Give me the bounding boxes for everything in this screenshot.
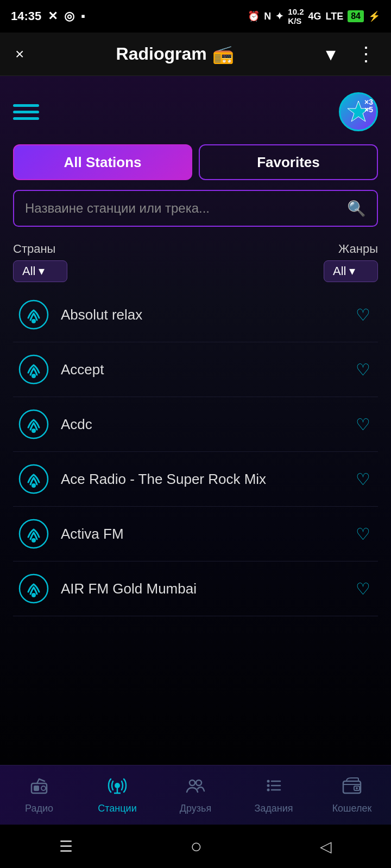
station-name-4: Ace Radio - The Super Rock Mix <box>61 471 354 488</box>
bottom-nav: Радио Станции Друзья <box>0 765 391 825</box>
station-name-2: Accept <box>61 361 354 378</box>
station-icon-5 <box>18 519 49 549</box>
svg-point-23 <box>267 780 270 783</box>
radio-nav-icon <box>29 776 49 800</box>
close-button[interactable]: × <box>13 43 26 65</box>
dropdown-button[interactable]: ▾ <box>324 41 338 68</box>
friends-nav-icon <box>186 776 205 800</box>
svg-point-18 <box>115 783 120 788</box>
svg-point-25 <box>267 784 270 787</box>
status-x-icon: ✕ <box>48 9 58 23</box>
list-item[interactable]: Activa FM ♡ <box>13 507 378 561</box>
signal-lte-icon: LTE <box>326 11 344 22</box>
favorite-button-6[interactable]: ♡ <box>354 577 373 601</box>
countries-chevron-icon: ▾ <box>39 264 45 278</box>
list-item[interactable]: Ace Radio - The Super Rock Mix ♡ <box>13 452 378 507</box>
tab-all-stations[interactable]: All Stations <box>13 144 192 180</box>
svg-point-10 <box>31 538 36 542</box>
station-icon-3 <box>18 409 49 439</box>
android-menu-button[interactable]: ☰ <box>59 838 73 856</box>
svg-point-2 <box>31 319 36 323</box>
search-input[interactable] <box>25 201 347 216</box>
svg-point-21 <box>190 780 195 786</box>
more-options-button[interactable]: ⋮ <box>354 41 378 68</box>
wallet-nav-label: Кошелек <box>332 803 372 814</box>
genres-chevron-icon: ▾ <box>349 264 355 278</box>
nav-item-stations[interactable]: Станции <box>78 776 156 814</box>
station-icon-4 <box>18 464 49 494</box>
list-item[interactable]: Acdc ♡ <box>13 397 378 452</box>
svg-rect-29 <box>343 781 361 793</box>
station-name-1: Absolut relax <box>61 307 354 323</box>
nav-item-tasks[interactable]: Задания <box>235 776 313 814</box>
station-icon-6 <box>18 573 49 604</box>
status-time: 14:35 <box>11 9 41 23</box>
favorite-button-3[interactable]: ♡ <box>354 413 373 436</box>
favorite-button-4[interactable]: ♡ <box>354 468 373 491</box>
header-row: ×3×5 <box>13 87 378 131</box>
battery-icon: 84 <box>348 10 364 22</box>
android-home-button[interactable]: ○ <box>191 835 203 858</box>
svg-point-15 <box>41 786 46 790</box>
station-icon-1 <box>18 299 49 330</box>
bluetooth-icon: ✦ <box>275 10 283 22</box>
hamburger-menu-button[interactable] <box>13 104 39 120</box>
genres-filter-group: Жанры All ▾ <box>324 242 378 282</box>
alarm-icon: ⏰ <box>248 10 260 22</box>
list-item[interactable]: Accept ♡ <box>13 342 378 397</box>
svg-point-12 <box>31 593 36 597</box>
charging-icon: ⚡ <box>368 10 380 22</box>
list-item[interactable]: AIR FM Gold Mumbai ♡ <box>13 561 378 616</box>
star-badge[interactable]: ×3×5 <box>339 92 378 131</box>
main-content: ×3×5 All Stations Favorites 🔍 Страны All… <box>0 76 391 825</box>
status-left: 14:35 ✕ ◎ ▪ <box>11 9 85 23</box>
android-back-button[interactable]: ◁ <box>320 838 332 856</box>
svg-point-8 <box>31 483 36 488</box>
radio-nav-label: Радио <box>25 803 53 814</box>
list-item[interactable]: Absolut relax ♡ <box>13 288 378 342</box>
wallet-nav-icon <box>342 776 362 800</box>
genres-filter-select[interactable]: All ▾ <box>324 260 378 282</box>
svg-point-31 <box>356 787 358 789</box>
tab-buttons: All Stations Favorites <box>13 144 378 180</box>
nav-item-wallet[interactable]: Кошелек <box>313 776 391 814</box>
nav-item-friends[interactable]: Друзья <box>156 776 235 814</box>
status-right: ⏰ N ✦ 10.2K/S 4G LTE 84 ⚡ <box>248 7 380 25</box>
station-list: Absolut relax ♡ Accept ♡ <box>13 288 378 616</box>
star-multiplier: ×3×5 <box>364 98 373 113</box>
hamburger-line-1 <box>13 104 39 107</box>
top-bar: × Radiogram 📻 ▾ ⋮ <box>0 33 391 76</box>
hamburger-line-2 <box>13 111 39 113</box>
android-nav-bar: ☰ ○ ◁ <box>0 825 391 868</box>
nav-item-radio[interactable]: Радио <box>0 776 78 814</box>
speed-text: 10.2K/S <box>288 7 304 25</box>
svg-rect-14 <box>34 786 39 791</box>
favorite-button-2[interactable]: ♡ <box>354 358 373 381</box>
genres-filter-label: Жанры <box>338 242 378 256</box>
favorite-button-1[interactable]: ♡ <box>354 303 373 327</box>
signal-4g-icon: 4G <box>308 11 321 22</box>
station-name-5: Activa FM <box>61 526 354 542</box>
friends-nav-label: Друзья <box>180 803 211 814</box>
countries-filter-group: Страны All ▾ <box>13 242 67 282</box>
favorite-button-5[interactable]: ♡ <box>354 522 373 546</box>
svg-point-4 <box>31 374 36 378</box>
svg-point-27 <box>267 789 270 792</box>
stations-nav-label: Станции <box>98 803 136 814</box>
svg-point-22 <box>196 780 201 786</box>
tab-favorites[interactable]: Favorites <box>199 144 378 180</box>
search-bar: 🔍 <box>13 190 378 227</box>
station-name-3: Acdc <box>61 416 354 433</box>
countries-filter-label: Страны <box>13 242 67 256</box>
station-name-6: AIR FM Gold Mumbai <box>61 580 354 597</box>
status-square-icon: ▪ <box>81 9 85 23</box>
countries-filter-select[interactable]: All ▾ <box>13 260 67 282</box>
svg-point-6 <box>31 429 36 433</box>
search-icon: 🔍 <box>347 200 366 218</box>
tasks-nav-label: Задания <box>254 803 293 814</box>
filters-row: Страны All ▾ Жанры All ▾ <box>13 242 378 282</box>
status-circle-icon: ◎ <box>64 9 74 23</box>
stations-nav-icon <box>108 776 127 800</box>
tasks-nav-icon <box>264 776 283 800</box>
nfc-icon: N <box>264 11 271 22</box>
